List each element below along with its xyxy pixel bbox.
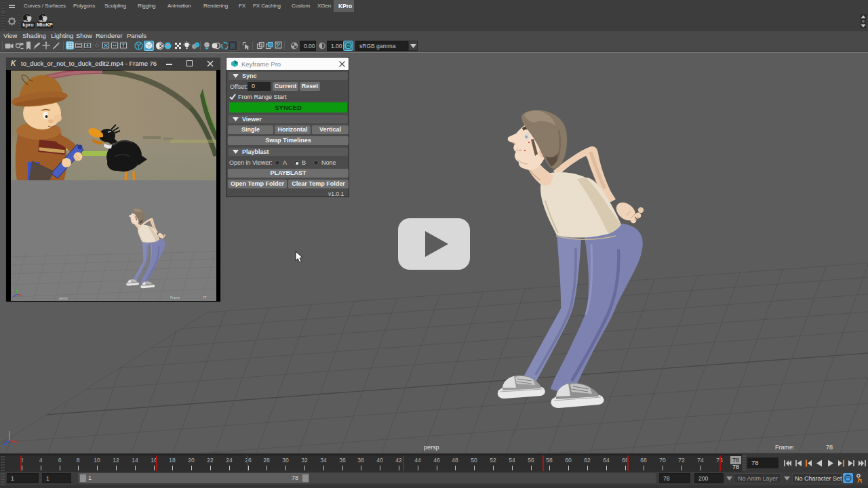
svg-text:persp: persp	[59, 296, 68, 300]
svg-text:Frame: Frame	[170, 296, 180, 300]
svg-text:77: 77	[203, 296, 207, 300]
